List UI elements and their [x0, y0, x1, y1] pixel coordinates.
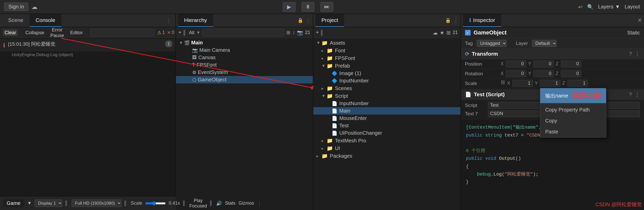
- proj-item-main-s[interactable]: ▸ 📄 Main: [313, 107, 460, 115]
- collapse-button[interactable]: Collapse: [24, 29, 46, 36]
- ctx-item-copy-path[interactable]: Copy Property Path: [540, 104, 606, 115]
- proj-item-scenes[interactable]: ▸ 📁 Scenes: [313, 84, 460, 92]
- transform-menu-icon[interactable]: ⋮: [635, 51, 640, 57]
- tab-project[interactable]: Project: [315, 14, 344, 27]
- console-search-input[interactable]: [91, 29, 154, 36]
- mute-icon[interactable]: 🔊: [216, 201, 222, 206]
- clear-button[interactable]: Clear: [3, 29, 18, 36]
- proj-item-ui[interactable]: ▸ 📁 UI: [313, 144, 460, 152]
- proj-item-mouseenter[interactable]: ▸ 📄 MouseEnter: [313, 115, 460, 122]
- proj-sep: ▌: [321, 30, 324, 35]
- sign-in-button[interactable]: Sign in: [4, 3, 28, 11]
- play-focused-button[interactable]: Play Focused: [189, 198, 207, 209]
- rot-x-input[interactable]: [506, 70, 526, 77]
- scale-x-input[interactable]: [512, 80, 533, 87]
- play-button[interactable]: ▶: [283, 2, 295, 12]
- tree-label-camera: Main Camera: [199, 47, 230, 53]
- scale-slider[interactable]: [145, 201, 166, 205]
- ctx-item-copy[interactable]: Copy: [540, 115, 606, 126]
- h-filter-icon[interactable]: ⊞: [286, 30, 290, 35]
- display-select[interactable]: Display 1: [35, 200, 62, 207]
- transform-help-icon[interactable]: ?: [629, 51, 632, 57]
- layer-select[interactable]: Default: [532, 40, 557, 47]
- proj-icon2[interactable]: ★: [440, 30, 444, 36]
- pos-x-input[interactable]: [506, 60, 526, 67]
- proj-label-me: MouseEnter: [339, 115, 367, 121]
- tree-item-main-camera[interactable]: ▸ 📷 Main Camera: [176, 46, 313, 54]
- proj-item-assets[interactable]: ▼ 📁 Assets: [313, 39, 460, 47]
- resolution-select[interactable]: Full HD (1920x1080): [72, 200, 121, 207]
- h-sort-icon[interactable]: ↕: [292, 30, 295, 35]
- pos-y-input[interactable]: [533, 60, 554, 67]
- proj-item-font[interactable]: ▸ 📁 Font: [313, 47, 460, 54]
- proj-icon3[interactable]: ⊞: [446, 30, 451, 36]
- step-button[interactable]: ⏭: [320, 2, 333, 12]
- proj-item-script[interactable]: ▼ 📁 Script: [313, 92, 460, 100]
- hierarchy-lock-icon[interactable]: 🔒: [298, 18, 303, 23]
- proj-folder-icon-packages: 📁: [321, 153, 328, 159]
- editor-dropdown-button[interactable]: Editor: [69, 29, 84, 36]
- scale-value: 0.41x: [169, 201, 180, 206]
- gameobject-icon: ⬡: [192, 77, 196, 83]
- undo-icon[interactable]: ↩: [578, 4, 583, 10]
- project-lock-icon[interactable]: 🔒: [445, 18, 451, 23]
- search-icon[interactable]: 🔍: [587, 4, 594, 10]
- layers-dropdown[interactable]: Layers ▼: [598, 4, 620, 10]
- hierarchy-content: ▼ 🎬 Main ▸ 📷 Main Camera ▸ 🖼 Canvas ▸ T …: [176, 38, 313, 210]
- hierarchy-menu-icon[interactable]: ⋮: [306, 17, 311, 23]
- proj-item-inputnumber-s[interactable]: ▸ 📄 InputNumber: [313, 100, 460, 107]
- bb-menu-icon[interactable]: ⋮: [257, 201, 262, 206]
- proj-label-fpsfont: FPSFont: [335, 55, 355, 61]
- proj-icon1[interactable]: ☁: [433, 30, 438, 36]
- rot-z-input[interactable]: [561, 70, 581, 77]
- scale-z-input[interactable]: [568, 80, 588, 87]
- gameobject-checkbox[interactable]: ✓: [465, 30, 471, 35]
- pos-y-field: Y: [528, 60, 554, 67]
- pos-z-input[interactable]: [561, 60, 581, 67]
- project-add-button[interactable]: +: [316, 30, 319, 35]
- script-menu-icon[interactable]: ⋮: [635, 91, 640, 97]
- proj-item-inputnumber-pf[interactable]: ▸ 🔷 InputNumber: [313, 77, 460, 84]
- rot-y-input[interactable]: [533, 70, 554, 77]
- tree-item-eventsystem[interactable]: ▸ ⚙ EventSystem: [176, 69, 313, 76]
- pause-button[interactable]: ⏸: [302, 2, 314, 12]
- ctx-item-paste[interactable]: Paste: [540, 126, 606, 137]
- h-camera-icon[interactable]: 📷: [297, 30, 303, 35]
- proj-label-test: Test: [339, 123, 349, 129]
- proj-item-packages[interactable]: ▸ 📁 Packages: [313, 152, 460, 160]
- proj-item-fpsfont[interactable]: ▸ 📁 FPSFont: [313, 54, 460, 62]
- tree-item-gameobject[interactable]: ▸ ⬡ GameObject: [176, 76, 313, 83]
- tag-select[interactable]: Untagged: [477, 40, 507, 47]
- error-pause-button[interactable]: Error Pause: [49, 27, 66, 39]
- tag-label: Tag: [465, 41, 473, 46]
- gizmos-button[interactable]: Gizmos: [239, 201, 254, 206]
- script-help-icon[interactable]: ?: [629, 91, 632, 97]
- tab-hierarchy[interactable]: Hierarchy: [178, 14, 213, 27]
- game-tab[interactable]: Game: [3, 199, 24, 207]
- layout-button[interactable]: Layout: [625, 4, 640, 10]
- tab-inspector[interactable]: ℹ Inspector: [463, 14, 501, 27]
- tree-item-fpsfont[interactable]: ▸ T FPSFont: [176, 61, 313, 69]
- scale-y-input[interactable]: [540, 80, 560, 87]
- hierarchy-add-button[interactable]: +: [178, 30, 182, 35]
- proj-item-test[interactable]: ▸ 📄 Test: [313, 122, 460, 129]
- proj-arrow-packages: ▸: [316, 154, 321, 158]
- proj-item-uipc[interactable]: ▸ 📄 UIPositionChanger: [313, 129, 460, 137]
- hierarchy-search-input[interactable]: [202, 29, 284, 36]
- stats-button[interactable]: Stats: [225, 201, 235, 206]
- ctx-item-output[interactable]: 输出name 鼠标右键: [540, 88, 606, 103]
- tab-console[interactable]: Console: [30, 14, 61, 27]
- scale-link-icon[interactable]: ⛓: [501, 80, 505, 87]
- console-entry[interactable]: ℹ [15:01:30] 阿松爱睡觉 1: [0, 39, 175, 51]
- tree-item-main[interactable]: ▼ 🎬 Main: [176, 39, 313, 46]
- proj-item-image[interactable]: ▸ 🔷 Image (1): [313, 70, 460, 77]
- tree-item-canvas[interactable]: ▸ 🖼 Canvas: [176, 54, 313, 61]
- panel-menu-icon[interactable]: ⋮: [164, 16, 173, 24]
- tab-scene[interactable]: Scene: [2, 14, 30, 27]
- project-menu-icon[interactable]: ⋮: [453, 17, 458, 23]
- proj-label-tmp: TextMesh Pro: [335, 138, 366, 144]
- proj-item-tmp[interactable]: ▸ 📁 TextMesh Pro: [313, 137, 460, 144]
- project-toolbar: + ▌ ☁ ★ ⊞ 21: [313, 27, 460, 38]
- proj-item-prefab[interactable]: ▼ 📁 Prefab: [313, 62, 460, 70]
- inspector-close-icon[interactable]: ✕: [637, 17, 642, 24]
